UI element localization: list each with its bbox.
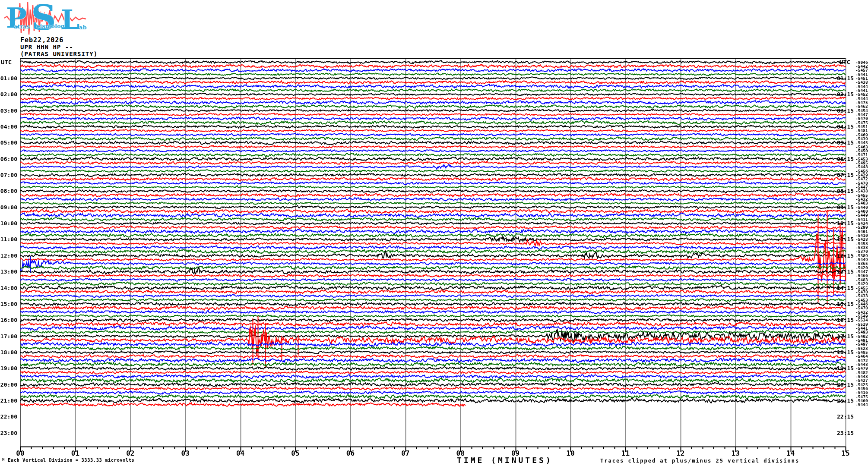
x-tick-label: 06 [342, 449, 358, 457]
hour-label-right: 05:15 [837, 139, 854, 146]
hour-label-right: 20:15 [837, 381, 854, 388]
time-axis-title: TIME (MINUTES) [457, 456, 553, 465]
hour-label-left: 07:00 [0, 172, 17, 178]
x-tick-label: 14 [783, 449, 798, 457]
hour-label-left: 02:00 [0, 91, 17, 98]
hour-label-left: 15:00 [0, 301, 17, 307]
hour-label-left: 13:00 [0, 268, 17, 275]
x-tick-label: 15 [838, 449, 853, 457]
x-tick-label: 11 [618, 449, 633, 457]
hour-label-left: 19:00 [0, 365, 17, 372]
x-tick-label: 07 [398, 449, 413, 457]
trace-end-value: -5444 [855, 402, 868, 407]
hour-label-left: 18:00 [0, 349, 17, 356]
hour-label-left: 06:00 [0, 156, 17, 162]
x-tick-label: 02 [123, 449, 138, 457]
hour-label-right: 01:15 [837, 75, 854, 82]
hour-label-left: 09:00 [0, 204, 17, 211]
hour-label-right: 09:15 [837, 204, 854, 211]
x-tick-label: 03 [177, 449, 193, 457]
x-tick-label: 12 [673, 449, 688, 457]
hour-label-right: 19:15 [837, 365, 854, 372]
hour-label-left: 21:00 [0, 397, 17, 404]
x-tick-label: 05 [288, 449, 303, 457]
hour-label-left: 11:00 [0, 236, 17, 242]
hour-label-left: 03:00 [0, 107, 17, 114]
hour-label-left: 08:00 [0, 188, 17, 194]
hour-label-left: 22:00 [0, 413, 17, 420]
hour-label-right: 18:15 [837, 349, 854, 356]
hour-label-left: 16:00 [0, 317, 17, 323]
hour-label-right: 13:15 [837, 268, 854, 275]
hour-label-left: 23:00 [0, 430, 17, 436]
hour-label-right: 03:15 [837, 107, 854, 114]
hour-label-right: 04:15 [837, 123, 854, 130]
hour-label-right: 02:15 [837, 91, 854, 98]
hour-label-right: 15:15 [837, 301, 854, 307]
hour-label-left: 04:00 [0, 123, 17, 130]
hour-label-left: 05:00 [0, 139, 17, 146]
x-tick-label: 10 [563, 449, 578, 457]
hour-label-right: 16:15 [837, 317, 854, 323]
hour-label-right: 21:15 [837, 397, 854, 404]
hour-label-left: 17:00 [0, 333, 17, 340]
x-tick-label: 13 [728, 449, 743, 457]
helicorder-page: P atras S eismology L ab Feb22,2026 UPR … [0, 0, 868, 466]
hour-label-right: 11:15 [837, 236, 854, 242]
hour-label-right: 22:15 [837, 413, 854, 420]
hour-label-right: 07:15 [837, 172, 854, 178]
seismogram-canvas[interactable] [0, 0, 868, 466]
hour-label-left: 01:00 [0, 75, 17, 82]
hour-label-right: 10:15 [837, 220, 854, 227]
hour-label-left: 14:00 [0, 285, 17, 291]
corner-mark: M [2, 458, 4, 462]
hour-label-left: 10:00 [0, 220, 17, 227]
hour-label-right: 17:15 [837, 333, 854, 340]
hour-label-right: 14:15 [837, 285, 854, 291]
hour-label-right: 06:15 [837, 156, 854, 162]
scale-note: Each Vertical Division = 3333.33 microvo… [8, 457, 134, 463]
hour-label-right: 08:15 [837, 188, 854, 194]
hour-label-right: 23:15 [837, 430, 854, 436]
hour-label-left: 20:00 [0, 381, 17, 388]
x-tick-label: 01 [67, 449, 83, 457]
x-tick-label: 00 [13, 449, 28, 457]
x-tick-label: 04 [233, 449, 248, 457]
right-axis-utc-label: UTC [839, 59, 850, 66]
clip-note: Traces clipped at plus/minus 25 vertical… [600, 458, 799, 464]
hour-label-right: 12:15 [837, 252, 854, 259]
hour-label-left: 12:00 [0, 252, 17, 259]
left-axis-utc-label: UTC [1, 59, 12, 66]
